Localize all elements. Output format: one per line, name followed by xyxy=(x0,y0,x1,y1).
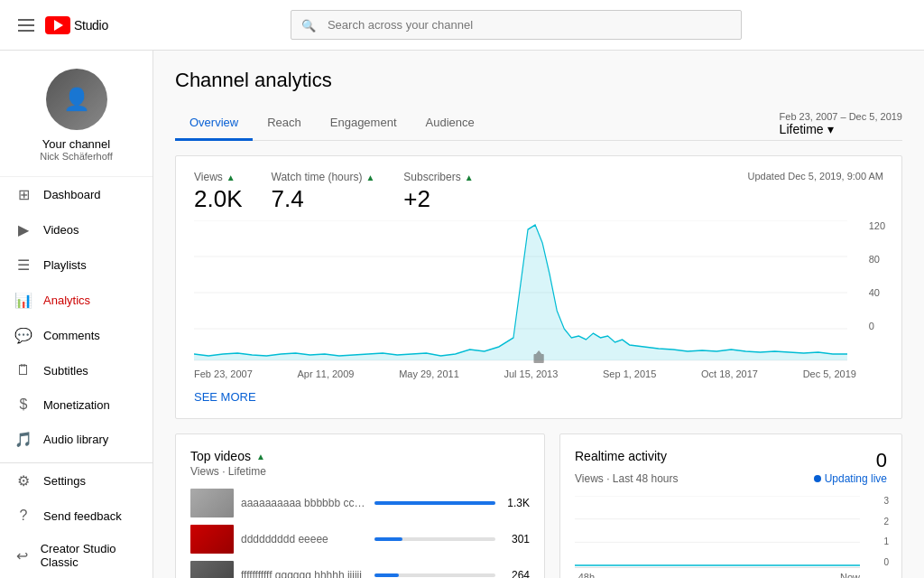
realtime-y-axis: 3 2 1 0 xyxy=(883,496,889,567)
video-bar-bg-1 xyxy=(374,501,495,505)
stat-watch-label: Watch time (hours) ▲ xyxy=(272,171,375,183)
sidebar-label-playlists: Playlists xyxy=(43,258,87,272)
chart-x-axis: Feb 23, 2007 Apr 11, 2009 May 29, 2011 J… xyxy=(194,368,883,379)
video-bar-wrap-2: 301 xyxy=(374,533,530,545)
video-title-1: aaaaaaaaaa bbbbbb ccccccc xyxy=(241,497,367,509)
tab-overview[interactable]: Overview xyxy=(175,107,253,141)
video-title-2: ddddddddd eeeee xyxy=(241,533,367,545)
period-dropdown-icon: ▾ xyxy=(827,122,834,136)
realtime-card: Realtime activity 0 Views · Last 48 hour… xyxy=(559,434,902,578)
tab-audience[interactable]: Audience xyxy=(411,107,489,141)
video-thumb-1 xyxy=(190,489,234,517)
channel-handle: Nick Schäferhoff xyxy=(40,151,113,162)
playlists-icon: ☰ xyxy=(14,256,32,274)
realtime-svg xyxy=(575,496,860,567)
sidebar-item-settings[interactable]: ⚙ Settings xyxy=(0,463,152,499)
x-label-3: Jul 15, 2013 xyxy=(504,368,558,379)
sidebar-item-feedback[interactable]: ? Send feedback xyxy=(0,499,152,533)
chart-svg xyxy=(194,220,847,365)
channel-info: 👤 Your channel Nick Schäferhoff xyxy=(0,51,152,177)
search-input[interactable] xyxy=(291,10,742,40)
tab-reach[interactable]: Reach xyxy=(253,107,316,141)
videos-icon: ▶ xyxy=(14,221,32,238)
svg-rect-5 xyxy=(533,354,543,363)
x-label-6: Dec 5, 2019 xyxy=(803,368,856,379)
stat-watch-time: Watch time (hours) ▲ 7.4 xyxy=(272,171,375,213)
sidebar-nav: ⊞ Dashboard ▶ Videos ☰ Playlists 📊 Analy… xyxy=(0,177,152,457)
sidebar-label-subtitles: Subtitles xyxy=(43,364,88,378)
y-label-0: 0 xyxy=(869,321,885,331)
tabs: Overview Reach Engagement Audience xyxy=(175,107,489,140)
video-title-3: fffffffffff gggggg hhhhh iiiiii xyxy=(241,569,367,578)
stat-subs-value: +2 xyxy=(403,185,473,213)
sidebar-label-videos: Videos xyxy=(43,223,79,237)
x-label-0: Feb 23, 2007 xyxy=(194,368,253,379)
sidebar-item-playlists[interactable]: ☰ Playlists xyxy=(0,247,152,283)
sidebar-item-dashboard[interactable]: ⊞ Dashboard xyxy=(0,177,152,212)
comments-icon: 💬 xyxy=(14,327,32,344)
sidebar-item-monetization[interactable]: $ Monetization xyxy=(0,387,152,422)
subs-trend-icon: ▲ xyxy=(465,172,474,182)
header-left: Studio xyxy=(14,15,108,35)
audio-library-icon: 🎵 xyxy=(14,431,32,448)
video-bar-bg-3 xyxy=(374,573,495,577)
sidebar-item-videos[interactable]: ▶ Videos xyxy=(0,212,152,247)
video-list: aaaaaaaaaa bbbbbb ccccccc 1.3K ddddddddd… xyxy=(190,489,530,578)
channel-name: Your channel xyxy=(42,137,110,151)
realtime-header: Realtime activity 0 xyxy=(575,449,887,472)
sidebar-item-comments[interactable]: 💬 Comments xyxy=(0,318,152,353)
avatar: 👤 xyxy=(46,69,107,130)
stat-views-label: Views ▲ xyxy=(194,171,243,183)
video-bar-wrap-1: 1.3K xyxy=(374,497,530,509)
sidebar-item-subtitles[interactable]: 🗒 Subtitles xyxy=(0,353,152,387)
list-item: aaaaaaaaaa bbbbbb ccccccc 1.3K xyxy=(190,489,530,517)
top-videos-card: Top videos ▲ Views · Lifetime aaaaaaaaaa… xyxy=(175,434,545,578)
live-dot xyxy=(814,475,821,482)
video-count-3: 264 xyxy=(503,569,530,578)
yt-logo[interactable]: Studio xyxy=(45,16,108,34)
top-videos-trend-icon: ▲ xyxy=(256,452,265,461)
sidebar-item-creator-classic[interactable]: ↩ Creator Studio Classic xyxy=(0,533,152,578)
rt-x-start: -48h xyxy=(575,572,595,578)
monetization-icon: $ xyxy=(14,396,32,413)
menu-button[interactable] xyxy=(14,15,38,35)
video-count-2: 301 xyxy=(503,533,530,545)
stats-row: Views ▲ 2.0K Watch time (hours) ▲ 7.4 Su… xyxy=(194,171,883,213)
period-label: Lifetime xyxy=(780,122,824,136)
video-bar-2 xyxy=(374,537,402,541)
see-more-link[interactable]: SEE MORE xyxy=(194,390,256,404)
period-selector[interactable]: Lifetime ▾ xyxy=(780,122,902,136)
video-bar-bg-2 xyxy=(374,537,495,541)
views-trend-icon: ▲ xyxy=(226,172,236,182)
realtime-title: Realtime activity xyxy=(575,449,667,463)
rt-x-end: Now xyxy=(840,572,860,578)
main-chart: 120 80 40 0 0 xyxy=(194,220,847,365)
sidebar-label-audio-library: Audio library xyxy=(43,433,108,446)
yt-studio-label: Studio xyxy=(74,18,108,33)
search-bar xyxy=(291,10,742,40)
video-count-1: 1.3K xyxy=(503,497,530,509)
video-thumb-2 xyxy=(190,525,234,554)
top-videos-title: Top videos ▲ xyxy=(190,449,530,463)
sidebar-label-feedback: Send feedback xyxy=(43,509,122,523)
stat-subs-label: Subscribers ▲ xyxy=(403,171,473,183)
sidebar-label-settings: Settings xyxy=(43,474,86,488)
bottom-row: Top videos ▲ Views · Lifetime aaaaaaaaaa… xyxy=(175,434,902,578)
content-area: Channel analytics Overview Reach Engagem… xyxy=(153,51,924,578)
stat-subscribers: Subscribers ▲ +2 xyxy=(403,171,473,213)
chart-y-axis: 120 80 40 0 0 xyxy=(869,220,885,365)
video-bar-1 xyxy=(374,501,495,505)
sidebar-item-audio-library[interactable]: 🎵 Audio library xyxy=(0,422,152,457)
x-label-4: Sep 1, 2015 xyxy=(603,368,656,379)
sidebar-label-dashboard: Dashboard xyxy=(43,188,101,201)
date-range-selector[interactable]: Feb 23, 2007 – Dec 5, 2019 Lifetime ▾ xyxy=(780,111,902,136)
sidebar-item-analytics[interactable]: 📊 Analytics xyxy=(0,283,152,318)
realtime-subtitle-row: Views · Last 48 hours Updating live xyxy=(575,472,887,485)
sidebar-label-monetization: Monetization xyxy=(43,398,110,412)
x-label-1: Apr 11, 2009 xyxy=(297,368,354,379)
watch-trend-icon: ▲ xyxy=(365,172,374,182)
stat-views-value: 2.0K xyxy=(194,185,243,213)
y-label-80: 80 xyxy=(869,254,885,265)
tab-engagement[interactable]: Engagement xyxy=(316,107,411,141)
rt-y-3: 3 xyxy=(883,496,889,506)
